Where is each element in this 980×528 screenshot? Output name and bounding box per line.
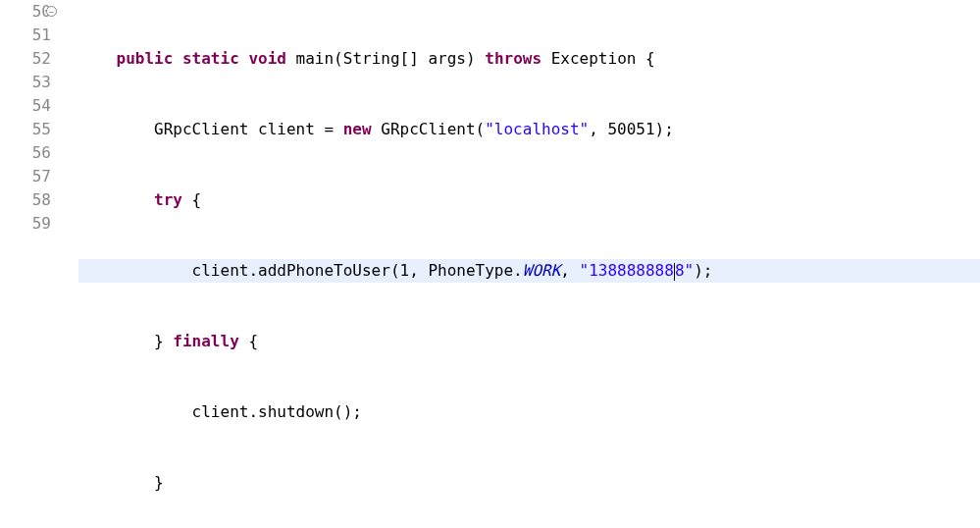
code-line-56: }	[78, 471, 980, 495]
line-number: 52	[0, 47, 51, 71]
line-number: 57	[0, 165, 51, 188]
line-number: 55	[0, 118, 51, 141]
line-number: 51	[0, 24, 51, 47]
line-number: 58	[0, 188, 51, 212]
code-area[interactable]: public static void main(String[] args) t…	[59, 0, 980, 528]
code-line-50: public static void main(String[] args) t…	[78, 47, 980, 71]
line-number: 59	[0, 212, 51, 236]
fold-icon[interactable]: −	[46, 6, 57, 17]
code-line-51: GRpcClient client = new GRpcClient("loca…	[78, 118, 980, 141]
line-number: 54	[0, 94, 51, 118]
line-number: 53	[0, 71, 51, 94]
line-number: 50−	[0, 0, 51, 24]
code-line-53: client.addPhoneToUser(1, PhoneType.WORK,…	[78, 259, 980, 283]
code-line-55: client.shutdown();	[78, 400, 980, 424]
line-number: 56	[0, 141, 51, 165]
code-line-52: try {	[78, 188, 980, 212]
code-line-54: } finally {	[78, 330, 980, 353]
code-editor: 50− 51 52 53 54 55 56 57 58 59 public st…	[0, 0, 980, 528]
line-gutter: 50− 51 52 53 54 55 56 57 58 59	[0, 0, 59, 528]
